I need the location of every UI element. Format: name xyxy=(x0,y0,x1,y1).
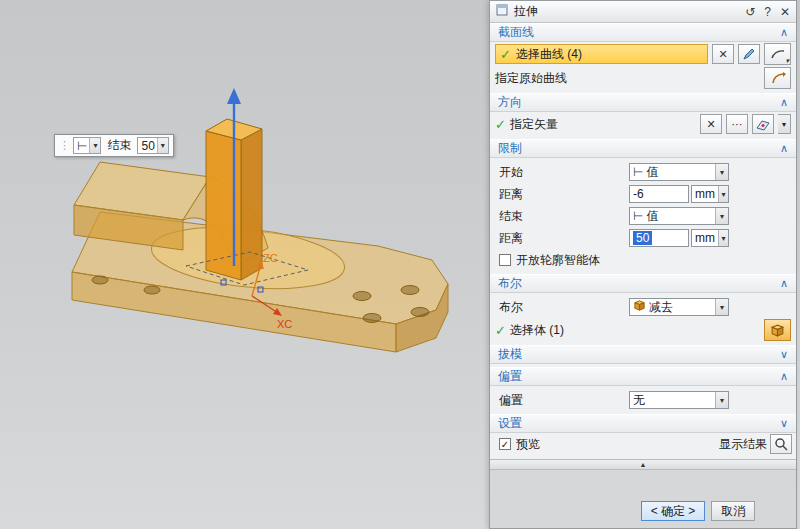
column-right-face[interactable] xyxy=(241,129,262,280)
start-unit-combo[interactable]: mm ▾ xyxy=(691,185,729,203)
hole[interactable] xyxy=(353,292,371,301)
boolean-combo[interactable]: 减去 ▾ xyxy=(629,298,729,316)
preview-row: ✓ 预览 显示结果 xyxy=(490,433,796,455)
end-condition-combo[interactable]: ⊢ ▾ xyxy=(73,137,101,154)
select-region-button[interactable] xyxy=(738,44,760,64)
dropdown-icon[interactable]: ▾ xyxy=(715,208,728,224)
caret-up-icon[interactable]: ∧ xyxy=(780,370,788,383)
section-header-offset[interactable]: 偏置 ∧ xyxy=(490,367,796,386)
section-header-limits[interactable]: 限制 ∧ xyxy=(490,139,796,158)
distance-value[interactable]: 50 xyxy=(141,139,154,153)
dialog-titlebar[interactable]: 拉伸 ↺ ? ✕ xyxy=(490,1,796,23)
end-label: 结束 xyxy=(104,137,134,154)
dropdown-icon[interactable]: ▾ xyxy=(718,230,728,246)
caret-down-icon[interactable]: ∨ xyxy=(780,417,788,430)
model-canvas[interactable]: ZC XC xyxy=(0,0,489,529)
dropdown-icon[interactable]: ▾ xyxy=(157,138,168,153)
section-header-label: 方向 xyxy=(498,94,522,111)
collapse-arrow-icon[interactable]: ▲ xyxy=(640,461,647,468)
caret-up-icon[interactable]: ∧ xyxy=(780,26,788,39)
specify-vector-row: ✓ 指定矢量 ✕ ⋯ ▾ xyxy=(490,112,796,136)
select-curve-row: ✓ 选择曲线 (4) ✕ ▾ xyxy=(490,42,796,66)
dropdown-icon[interactable]: ▾ xyxy=(785,57,789,65)
dialog-icon xyxy=(496,4,508,19)
section-header-label: 截面线 xyxy=(498,24,534,41)
dropdown-icon[interactable]: ▾ xyxy=(89,138,100,153)
check-icon: ✓ xyxy=(495,323,506,338)
caret-up-icon[interactable]: ∧ xyxy=(780,142,788,155)
end-distance-row: 距离 50 mm ▾ xyxy=(490,227,796,249)
start-row: 开始 ⊢ 值 ▾ xyxy=(490,161,796,183)
reverse-direction-button[interactable]: ✕ xyxy=(700,114,722,134)
start-distance-row: 距离 -6 mm ▾ xyxy=(490,183,796,205)
open-profile-checkbox[interactable] xyxy=(499,254,511,266)
end-condition-combo[interactable]: ⊢ 值 ▾ xyxy=(629,207,729,225)
magnifier-icon xyxy=(774,437,788,451)
end-distance-value: 50 xyxy=(633,231,652,245)
end-unit-combo[interactable]: mm ▾ xyxy=(691,229,729,247)
section-header-label: 设置 xyxy=(498,415,522,432)
show-result-label: 显示结果 xyxy=(719,436,767,453)
unit-value: mm xyxy=(695,231,715,245)
cancel-button[interactable]: 取消 xyxy=(711,501,755,521)
section-header-direction[interactable]: 方向 ∧ xyxy=(490,93,796,112)
check-icon: ✓ xyxy=(500,47,511,62)
end-condition-value: 值 xyxy=(646,208,658,225)
section-header-boolean[interactable]: 布尔 ∧ xyxy=(490,274,796,293)
boolean-label: 布尔 xyxy=(499,299,629,316)
inferred-vector-button[interactable]: ⋯ xyxy=(726,114,748,134)
section-header-settings[interactable]: 设置 ∨ xyxy=(490,414,796,433)
z-axis-label: ZC xyxy=(263,252,278,264)
ok-button[interactable]: < 确定 > xyxy=(641,501,706,521)
caret-up-icon[interactable]: ∧ xyxy=(780,96,788,109)
dropdown-icon[interactable]: ▾ xyxy=(715,164,728,180)
curve-rule-button[interactable]: ▾ xyxy=(764,43,791,65)
section-header-section-line[interactable]: 截面线 ∧ xyxy=(490,23,796,42)
caret-up-icon[interactable]: ∧ xyxy=(780,277,788,290)
dialog-collapse-bar[interactable]: ▲ xyxy=(490,459,796,470)
offset-label: 偏置 xyxy=(499,392,629,409)
caret-down-icon[interactable]: ∨ xyxy=(780,348,788,361)
preview-checkbox[interactable]: ✓ xyxy=(499,438,511,450)
dropdown-icon[interactable]: ▾ xyxy=(715,299,728,315)
show-result-button[interactable] xyxy=(770,434,792,454)
distance-value-combo[interactable]: 50 ▾ xyxy=(137,137,168,154)
hole[interactable] xyxy=(363,314,381,323)
start-condition-combo[interactable]: ⊢ 值 ▾ xyxy=(629,163,729,181)
distance-label: 距离 xyxy=(499,230,629,247)
section-header-draft[interactable]: 拔模 ∨ xyxy=(490,345,796,364)
stop-selection-button[interactable]: ✕ xyxy=(712,44,734,64)
offset-value: 无 xyxy=(633,392,645,409)
hole[interactable] xyxy=(144,286,160,294)
hole[interactable] xyxy=(401,286,419,295)
offset-row: 偏置 无 ▾ xyxy=(490,389,796,411)
select-body-button[interactable] xyxy=(764,319,791,341)
hole[interactable] xyxy=(411,308,429,317)
dialog-footer: < 确定 > 取消 xyxy=(490,470,796,528)
extrude-direction-arrowhead[interactable] xyxy=(227,88,241,104)
open-profile-label: 开放轮廓智能体 xyxy=(516,252,600,269)
start-condition-value: 值 xyxy=(646,164,658,181)
dropdown-icon[interactable]: ▾ xyxy=(718,186,728,202)
hole[interactable] xyxy=(92,276,108,284)
dropdown-icon[interactable]: ▾ xyxy=(715,392,728,408)
start-label: 开始 xyxy=(499,164,629,181)
vector-dialog-button[interactable] xyxy=(752,114,774,134)
x-axis-label: XC xyxy=(277,318,292,330)
subtract-cube-icon xyxy=(633,299,646,315)
onscreen-input-toolbar[interactable]: ⋮ ⊢ ▾ 结束 50 ▾ xyxy=(54,134,174,157)
close-icon[interactable]: ✕ xyxy=(780,5,790,19)
offset-combo[interactable]: 无 ▾ xyxy=(629,391,729,409)
reset-icon[interactable]: ↺ xyxy=(745,5,755,19)
select-curve-field[interactable]: ✓ 选择曲线 (4) xyxy=(495,44,708,64)
drag-grip-icon[interactable]: ⋮ xyxy=(59,139,70,152)
specify-vector-label: 指定矢量 xyxy=(510,116,558,133)
origin-curve-button[interactable] xyxy=(764,67,791,89)
help-icon[interactable]: ? xyxy=(764,5,771,19)
app-window: ZC XC ⋮ ⊢ ▾ 结束 50 ▾ 拉伸 xyxy=(0,0,800,529)
open-profile-row: 开放轮廓智能体 xyxy=(490,249,796,271)
end-distance-input[interactable]: 50 xyxy=(629,229,689,247)
start-distance-input[interactable]: -6 xyxy=(629,185,689,203)
vector-dropdown-button[interactable]: ▾ xyxy=(778,114,791,134)
start-distance-value: -6 xyxy=(633,187,644,201)
